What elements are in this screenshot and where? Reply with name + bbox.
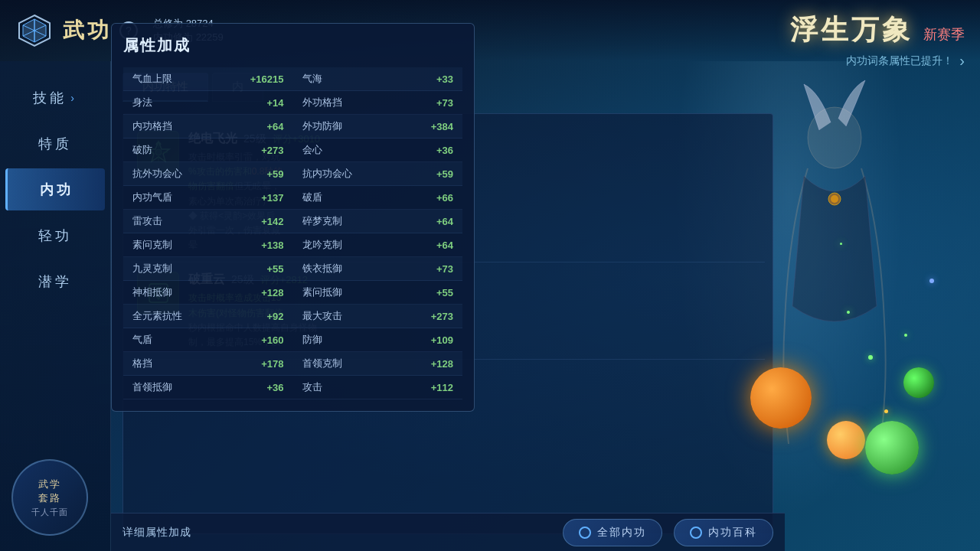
attr-row-shenxiang: 神相抵御 +128 [123, 281, 293, 305]
all-inner-btn[interactable]: 全部内功 [563, 519, 662, 546]
sidebar-light-label: 轻功 [38, 227, 72, 245]
orb-orange-large [750, 367, 812, 429]
sidebar-item-skills[interactable]: 技能 › [5, 77, 105, 119]
particle-3 [847, 311, 850, 314]
attr-row-neigong-gedang: 内功格挡 +64 [123, 115, 293, 139]
attr-row-neigong-qi: 内功气盾 +137 [123, 186, 293, 210]
attr-row-podun: 破盾 +66 [293, 186, 463, 210]
attr-row-jiuling: 九灵克制 +55 [123, 257, 293, 281]
sidebar-item-traits[interactable]: 特质 [5, 122, 105, 165]
particle-5 [929, 279, 934, 283]
attr-row-shenfa: 身法 +14 [123, 91, 293, 115]
attr-row-lei: 雷攻击 +142 [123, 210, 293, 233]
attr-row-qidun: 气盾 +160 [123, 328, 293, 352]
attribute-panel: 属性加成 气血上限 +16215 身法 +14 内功格挡 +64 破防 +273… [111, 23, 475, 412]
attr-col-right: 气海 +33 外功格挡 +73 外功防御 +384 会心 +36 抗内功会心 +… [293, 67, 463, 399]
attr-row-gongji: 攻击 +112 [293, 376, 463, 399]
attr-panel-title: 属性加成 [123, 35, 462, 56]
particle-1 [868, 355, 873, 360]
logo-icon [15, 11, 54, 50]
attr-grid: 气血上限 +16215 身法 +14 内功格挡 +64 破防 +273 抗外功会… [123, 67, 462, 399]
sidebar-skills-arrow: › [70, 92, 77, 104]
all-inner-icon [579, 527, 591, 539]
attr-row-pofang: 破防 +273 [123, 139, 293, 162]
attr-row-kangnei: 抗内功会心 +59 [293, 162, 463, 186]
attr-row-huixin: 会心 +36 [293, 139, 463, 162]
attr-row-maxatk: 最大攻击 +273 [293, 305, 463, 328]
all-inner-label: 全部内功 [597, 526, 646, 540]
attr-row-waigong-fangyu: 外功防御 +384 [293, 115, 463, 139]
badge-title: 武学 [38, 478, 61, 491]
attr-val-qixue: +16215 [250, 73, 284, 85]
sidebar-item-light[interactable]: 轻功 [5, 214, 105, 256]
attr-col-left: 气血上限 +16215 身法 +14 内功格挡 +64 破防 +273 抗外功会… [123, 67, 293, 399]
badge-subtitle: 千人千面 [31, 507, 68, 518]
orb-orange-small [827, 421, 865, 459]
svg-point-10 [831, 195, 838, 203]
particle-6 [840, 243, 842, 245]
particle-4 [884, 409, 888, 413]
attr-row-gedang: 格挡 +178 [123, 352, 293, 376]
wuxue-badge[interactable]: 武学 套路 千人千面 [11, 459, 88, 536]
attr-row-quanyuansu: 全元素抗性 +92 [123, 305, 293, 328]
particle-2 [904, 334, 907, 337]
sidebar-traits-label: 特质 [38, 135, 72, 153]
attr-row-shouling-diyu: 首领抵御 +36 [123, 376, 293, 399]
attr-row-fangyu: 防御 +109 [293, 328, 463, 352]
attr-row-qihai: 气海 +33 [293, 67, 463, 91]
attr-row-longyin: 龙吟克制 +64 [293, 233, 463, 257]
character-area [674, 61, 980, 551]
attr-row-suwenk: 素问克制 +138 [123, 233, 293, 257]
sidebar-item-inner[interactable]: 内功 [5, 168, 105, 210]
attr-row-suwen-diyu: 素问抵御 +55 [293, 281, 463, 305]
brand-title: 浮生万象 新赛季 [790, 11, 965, 49]
attr-row-waigong-gedang: 外功格挡 +73 [293, 91, 463, 115]
attr-row-tieyi: 铁衣抵御 +73 [293, 257, 463, 281]
attr-row-qixue: 气血上限 +16215 [123, 67, 293, 91]
sidebar-inner-label: 内功 [40, 181, 74, 199]
attr-row-suimeng: 碎梦克制 +64 [293, 210, 463, 233]
page-title: 武功 [63, 16, 112, 45]
sidebar-skills-label: 技能 [33, 89, 67, 107]
attr-row-shouling-zhizhi: 首领克制 +128 [293, 352, 463, 376]
attr-row-kangwai: 抗外功会心 +59 [123, 162, 293, 186]
badge-line2: 套路 [38, 491, 61, 505]
attr-name-qixue: 气血上限 [132, 72, 172, 86]
sidebar-hidden-label: 潜学 [38, 272, 72, 291]
sidebar-item-hidden[interactable]: 潜学 [5, 260, 105, 302]
orb-green [865, 421, 919, 474]
orb-green-small [903, 367, 934, 398]
detail-attr-btn[interactable]: 详细属性加成 [122, 526, 191, 540]
